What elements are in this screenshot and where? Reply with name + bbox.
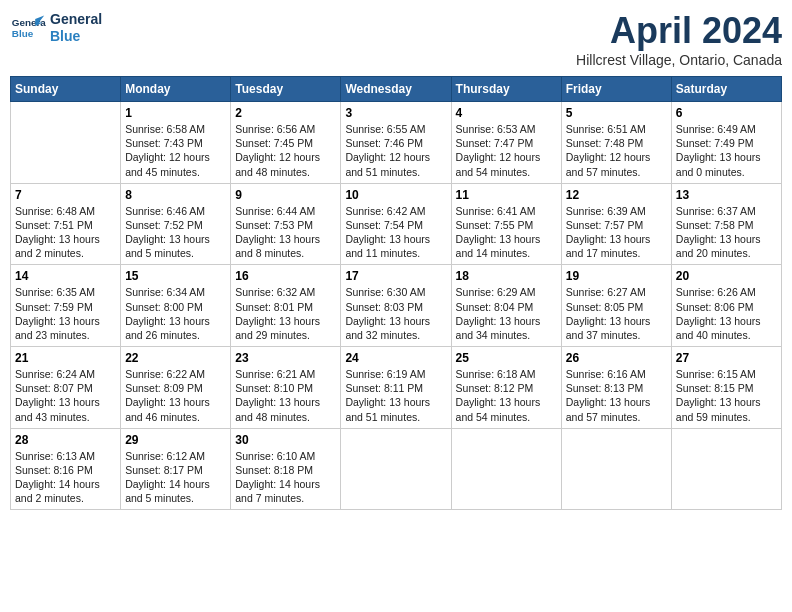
calendar-week-row: 21Sunrise: 6:24 AM Sunset: 8:07 PM Dayli… [11, 347, 782, 429]
day-info: Sunrise: 6:21 AM Sunset: 8:10 PM Dayligh… [235, 367, 336, 424]
calendar-cell [561, 428, 671, 510]
day-number: 3 [345, 106, 446, 120]
calendar-cell: 25Sunrise: 6:18 AM Sunset: 8:12 PM Dayli… [451, 347, 561, 429]
calendar-cell: 21Sunrise: 6:24 AM Sunset: 8:07 PM Dayli… [11, 347, 121, 429]
calendar-cell: 8Sunrise: 6:46 AM Sunset: 7:52 PM Daylig… [121, 183, 231, 265]
calendar-cell: 18Sunrise: 6:29 AM Sunset: 8:04 PM Dayli… [451, 265, 561, 347]
calendar-cell: 28Sunrise: 6:13 AM Sunset: 8:16 PM Dayli… [11, 428, 121, 510]
day-number: 18 [456, 269, 557, 283]
logo-subtext: Blue [50, 28, 102, 45]
day-info: Sunrise: 6:46 AM Sunset: 7:52 PM Dayligh… [125, 204, 226, 261]
day-info: Sunrise: 6:39 AM Sunset: 7:57 PM Dayligh… [566, 204, 667, 261]
day-number: 23 [235, 351, 336, 365]
calendar-cell: 7Sunrise: 6:48 AM Sunset: 7:51 PM Daylig… [11, 183, 121, 265]
weekday-header: Tuesday [231, 77, 341, 102]
calendar-cell: 3Sunrise: 6:55 AM Sunset: 7:46 PM Daylig… [341, 102, 451, 184]
day-info: Sunrise: 6:15 AM Sunset: 8:15 PM Dayligh… [676, 367, 777, 424]
day-number: 11 [456, 188, 557, 202]
day-info: Sunrise: 6:32 AM Sunset: 8:01 PM Dayligh… [235, 285, 336, 342]
day-info: Sunrise: 6:10 AM Sunset: 8:18 PM Dayligh… [235, 449, 336, 506]
calendar-cell: 9Sunrise: 6:44 AM Sunset: 7:53 PM Daylig… [231, 183, 341, 265]
calendar-cell: 20Sunrise: 6:26 AM Sunset: 8:06 PM Dayli… [671, 265, 781, 347]
day-info: Sunrise: 6:30 AM Sunset: 8:03 PM Dayligh… [345, 285, 446, 342]
day-number: 10 [345, 188, 446, 202]
day-info: Sunrise: 6:22 AM Sunset: 8:09 PM Dayligh… [125, 367, 226, 424]
weekday-header: Friday [561, 77, 671, 102]
day-number: 19 [566, 269, 667, 283]
calendar-cell: 11Sunrise: 6:41 AM Sunset: 7:55 PM Dayli… [451, 183, 561, 265]
day-info: Sunrise: 6:56 AM Sunset: 7:45 PM Dayligh… [235, 122, 336, 179]
calendar-cell: 30Sunrise: 6:10 AM Sunset: 8:18 PM Dayli… [231, 428, 341, 510]
calendar-cell: 10Sunrise: 6:42 AM Sunset: 7:54 PM Dayli… [341, 183, 451, 265]
logo-icon: General Blue [10, 10, 46, 46]
logo-text: General [50, 11, 102, 28]
calendar-cell [11, 102, 121, 184]
day-number: 15 [125, 269, 226, 283]
day-number: 26 [566, 351, 667, 365]
day-info: Sunrise: 6:19 AM Sunset: 8:11 PM Dayligh… [345, 367, 446, 424]
day-info: Sunrise: 6:13 AM Sunset: 8:16 PM Dayligh… [15, 449, 116, 506]
calendar-cell: 15Sunrise: 6:34 AM Sunset: 8:00 PM Dayli… [121, 265, 231, 347]
day-info: Sunrise: 6:42 AM Sunset: 7:54 PM Dayligh… [345, 204, 446, 261]
calendar-table: SundayMondayTuesdayWednesdayThursdayFrid… [10, 76, 782, 510]
calendar-cell: 23Sunrise: 6:21 AM Sunset: 8:10 PM Dayli… [231, 347, 341, 429]
day-number: 28 [15, 433, 116, 447]
day-number: 24 [345, 351, 446, 365]
day-info: Sunrise: 6:16 AM Sunset: 8:13 PM Dayligh… [566, 367, 667, 424]
calendar-cell: 29Sunrise: 6:12 AM Sunset: 8:17 PM Dayli… [121, 428, 231, 510]
calendar-cell: 22Sunrise: 6:22 AM Sunset: 8:09 PM Dayli… [121, 347, 231, 429]
calendar-cell: 13Sunrise: 6:37 AM Sunset: 7:58 PM Dayli… [671, 183, 781, 265]
day-info: Sunrise: 6:41 AM Sunset: 7:55 PM Dayligh… [456, 204, 557, 261]
calendar-week-row: 1Sunrise: 6:58 AM Sunset: 7:43 PM Daylig… [11, 102, 782, 184]
day-info: Sunrise: 6:26 AM Sunset: 8:06 PM Dayligh… [676, 285, 777, 342]
calendar-week-row: 7Sunrise: 6:48 AM Sunset: 7:51 PM Daylig… [11, 183, 782, 265]
title-block: April 2024 Hillcrest Village, Ontario, C… [576, 10, 782, 68]
day-info: Sunrise: 6:29 AM Sunset: 8:04 PM Dayligh… [456, 285, 557, 342]
calendar-cell: 5Sunrise: 6:51 AM Sunset: 7:48 PM Daylig… [561, 102, 671, 184]
day-info: Sunrise: 6:51 AM Sunset: 7:48 PM Dayligh… [566, 122, 667, 179]
calendar-cell: 24Sunrise: 6:19 AM Sunset: 8:11 PM Dayli… [341, 347, 451, 429]
calendar-cell: 14Sunrise: 6:35 AM Sunset: 7:59 PM Dayli… [11, 265, 121, 347]
day-number: 4 [456, 106, 557, 120]
day-number: 5 [566, 106, 667, 120]
calendar-cell: 17Sunrise: 6:30 AM Sunset: 8:03 PM Dayli… [341, 265, 451, 347]
day-info: Sunrise: 6:24 AM Sunset: 8:07 PM Dayligh… [15, 367, 116, 424]
day-info: Sunrise: 6:44 AM Sunset: 7:53 PM Dayligh… [235, 204, 336, 261]
day-number: 16 [235, 269, 336, 283]
day-info: Sunrise: 6:53 AM Sunset: 7:47 PM Dayligh… [456, 122, 557, 179]
weekday-header: Monday [121, 77, 231, 102]
day-number: 9 [235, 188, 336, 202]
weekday-header: Sunday [11, 77, 121, 102]
calendar-cell [671, 428, 781, 510]
weekday-header: Saturday [671, 77, 781, 102]
day-number: 14 [15, 269, 116, 283]
calendar-body: 1Sunrise: 6:58 AM Sunset: 7:43 PM Daylig… [11, 102, 782, 510]
day-number: 13 [676, 188, 777, 202]
calendar-cell: 1Sunrise: 6:58 AM Sunset: 7:43 PM Daylig… [121, 102, 231, 184]
calendar-week-row: 14Sunrise: 6:35 AM Sunset: 7:59 PM Dayli… [11, 265, 782, 347]
day-info: Sunrise: 6:12 AM Sunset: 8:17 PM Dayligh… [125, 449, 226, 506]
day-number: 17 [345, 269, 446, 283]
day-info: Sunrise: 6:49 AM Sunset: 7:49 PM Dayligh… [676, 122, 777, 179]
day-number: 21 [15, 351, 116, 365]
day-info: Sunrise: 6:18 AM Sunset: 8:12 PM Dayligh… [456, 367, 557, 424]
weekday-header: Wednesday [341, 77, 451, 102]
day-info: Sunrise: 6:55 AM Sunset: 7:46 PM Dayligh… [345, 122, 446, 179]
calendar-cell: 27Sunrise: 6:15 AM Sunset: 8:15 PM Dayli… [671, 347, 781, 429]
day-info: Sunrise: 6:37 AM Sunset: 7:58 PM Dayligh… [676, 204, 777, 261]
weekday-header: Thursday [451, 77, 561, 102]
day-number: 30 [235, 433, 336, 447]
month-title: April 2024 [576, 10, 782, 52]
calendar-cell: 16Sunrise: 6:32 AM Sunset: 8:01 PM Dayli… [231, 265, 341, 347]
day-info: Sunrise: 6:35 AM Sunset: 7:59 PM Dayligh… [15, 285, 116, 342]
calendar-week-row: 28Sunrise: 6:13 AM Sunset: 8:16 PM Dayli… [11, 428, 782, 510]
calendar-cell: 4Sunrise: 6:53 AM Sunset: 7:47 PM Daylig… [451, 102, 561, 184]
day-number: 1 [125, 106, 226, 120]
page-header: General Blue General Blue April 2024 Hil… [10, 10, 782, 68]
day-number: 12 [566, 188, 667, 202]
day-number: 7 [15, 188, 116, 202]
logo: General Blue General Blue [10, 10, 102, 46]
day-number: 29 [125, 433, 226, 447]
day-number: 20 [676, 269, 777, 283]
day-number: 2 [235, 106, 336, 120]
